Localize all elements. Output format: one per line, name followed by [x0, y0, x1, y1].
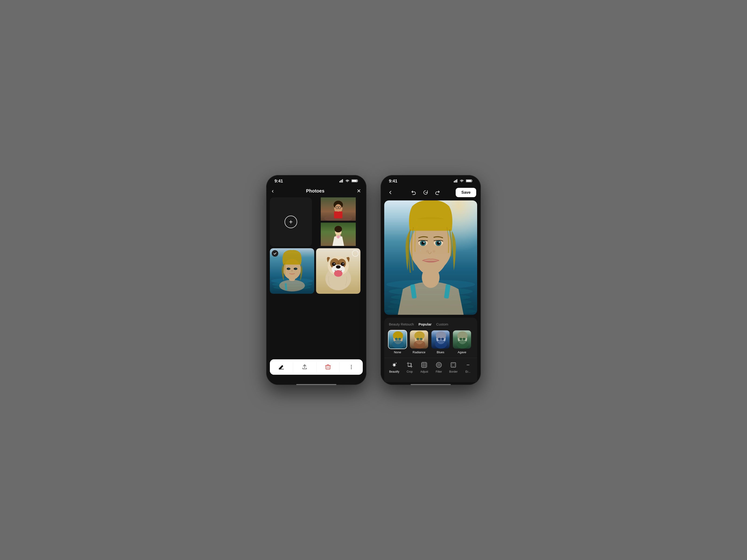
phone-gallery: 9:41 ‹ Photoes ✕: [266, 175, 366, 385]
gallery-content: +: [266, 197, 366, 359]
svg-point-78: [439, 241, 440, 243]
filter-icon: [435, 361, 443, 369]
svg-point-20: [339, 235, 341, 237]
edit-button[interactable]: [270, 359, 293, 375]
svg-point-86: [393, 331, 403, 340]
svg-rect-57: [466, 180, 471, 182]
svg-point-95: [414, 340, 425, 349]
preset-thumb-none: [388, 330, 407, 349]
beautify-icon: [390, 361, 398, 369]
back-button-1[interactable]: ‹: [272, 187, 274, 195]
filter-tabs: Beauty Retouch Popular Custom: [384, 321, 477, 330]
edit-toolbar: Beautify Crop: [384, 358, 477, 378]
svg-point-77: [423, 241, 424, 243]
tool-adjust[interactable]: Adjust: [420, 361, 428, 373]
signal-icon-2: [454, 179, 458, 184]
status-bar-1: 9:41: [266, 175, 366, 186]
tab-popular[interactable]: Popular: [418, 321, 432, 327]
photo-wedding[interactable]: [314, 222, 363, 246]
bottom-toolbar: [270, 359, 363, 375]
add-placeholder: +: [270, 197, 312, 246]
svg-point-26: [279, 280, 305, 291]
svg-point-99: [438, 338, 441, 340]
tool-border[interactable]: Border: [449, 361, 458, 373]
tool-beautify-label: Beautify: [389, 370, 399, 373]
tab-beauty-retouch[interactable]: Beauty Retouch: [389, 321, 414, 327]
svg-point-89: [392, 340, 404, 349]
photo-redjacket[interactable]: [314, 197, 363, 221]
svg-point-46: [334, 263, 335, 264]
preset-agave[interactable]: Agave: [453, 330, 471, 354]
tab-custom[interactable]: Custom: [436, 321, 448, 327]
scrollbar-2: [411, 384, 451, 385]
svg-point-49: [351, 365, 352, 366]
nav-bar-1: ‹ Photoes ✕: [266, 186, 366, 197]
svg-rect-0: [339, 181, 340, 183]
svg-rect-54: [456, 180, 456, 183]
preset-label-agave: Agave: [458, 350, 466, 354]
photo-water-girl-thumb[interactable]: [270, 248, 314, 294]
svg-point-87: [395, 338, 398, 340]
time-2: 9:41: [389, 179, 397, 184]
tool-crop-label: Crop: [407, 370, 413, 373]
svg-rect-1: [340, 180, 341, 183]
undo-button[interactable]: [408, 187, 418, 197]
close-button-1[interactable]: ✕: [357, 188, 361, 194]
page-title-1: Photoes: [306, 188, 325, 194]
svg-point-30: [287, 268, 290, 270]
svg-point-83: [420, 250, 421, 251]
svg-rect-52: [454, 181, 455, 183]
svg-rect-3: [342, 179, 343, 183]
status-icons-2: [454, 179, 472, 184]
tool-crop[interactable]: Crop: [406, 361, 414, 373]
tool-border-label: Border: [449, 370, 458, 373]
svg-point-93: [416, 338, 419, 340]
svg-point-33: [295, 268, 297, 269]
battery-icon-1: [352, 179, 358, 184]
filter-panel: Beauty Retouch Popular Custom: [384, 318, 477, 382]
tool-erase-label: Er...: [465, 370, 470, 373]
svg-point-107: [457, 340, 468, 349]
svg-rect-2: [341, 180, 342, 183]
more-button[interactable]: [340, 359, 363, 375]
photo-dog-thumb[interactable]: [316, 248, 360, 294]
svg-point-32: [288, 268, 289, 269]
preset-thumb-blues: [431, 330, 450, 349]
preset-radiance[interactable]: Radiance: [409, 330, 429, 354]
share-button[interactable]: [293, 359, 316, 375]
gallery-top-row: +: [270, 197, 363, 246]
svg-point-114: [396, 363, 396, 364]
tool-erase[interactable]: Er...: [464, 361, 472, 373]
battery-icon-2: [466, 179, 472, 184]
filter-presets: None Radi: [384, 330, 477, 358]
status-icons-1: [339, 179, 358, 184]
svg-point-100: [441, 338, 444, 340]
svg-point-45: [341, 262, 344, 266]
preset-label-radiance: Radiance: [413, 350, 426, 354]
tool-adjust-label: Adjust: [420, 370, 428, 373]
save-button[interactable]: Save: [456, 188, 476, 197]
svg-point-81: [425, 258, 426, 259]
tool-filter[interactable]: Filter: [435, 361, 443, 373]
add-photo-button[interactable]: +: [285, 216, 297, 228]
svg-point-92: [414, 331, 424, 340]
preset-blues[interactable]: Blues: [431, 330, 450, 354]
delete-button[interactable]: [316, 359, 340, 375]
border-icon: [449, 361, 458, 369]
svg-point-94: [420, 338, 422, 340]
svg-point-101: [435, 340, 447, 349]
crop-icon: [406, 361, 414, 369]
tool-beautify[interactable]: Beautify: [389, 361, 399, 373]
reset-button[interactable]: [420, 187, 431, 197]
svg-rect-48: [326, 366, 330, 369]
selected-badge: [272, 250, 278, 257]
back-button-2[interactable]: [385, 187, 395, 197]
preset-label-none: None: [394, 350, 401, 354]
svg-point-105: [459, 338, 462, 340]
tool-filter-label: Filter: [436, 370, 442, 373]
unselected-badge: [352, 250, 359, 257]
redo-button[interactable]: [433, 187, 443, 197]
preset-none[interactable]: None: [388, 330, 407, 354]
svg-point-98: [436, 331, 446, 340]
svg-rect-53: [455, 180, 456, 183]
